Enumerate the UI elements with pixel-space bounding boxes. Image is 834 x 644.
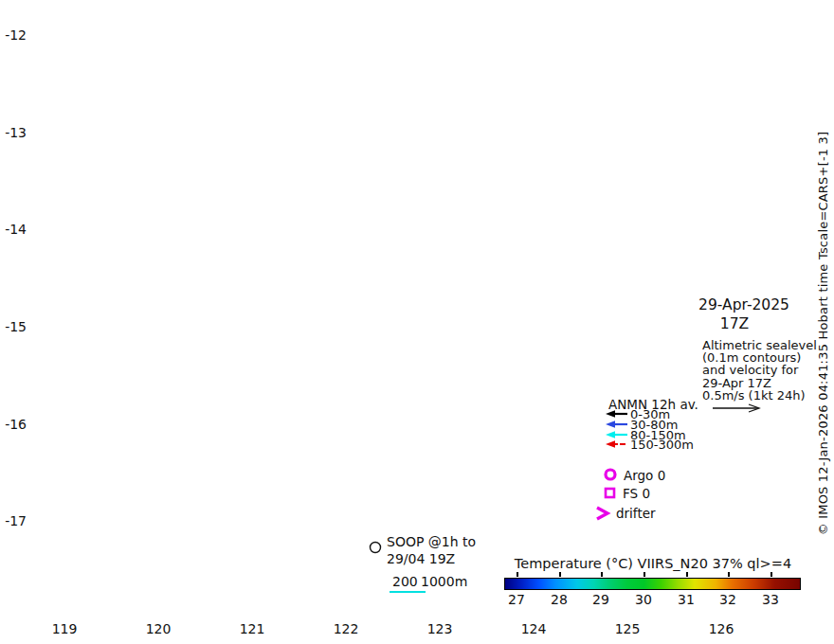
anmn-arrow-icon-150-300m xyxy=(606,439,628,449)
colorbar-tick xyxy=(559,572,561,577)
y-tick-label: -13 xyxy=(5,125,27,140)
bathy-200-label: 200 xyxy=(392,574,418,589)
x-tick-label: 126 xyxy=(709,621,734,636)
x-tick-label: 124 xyxy=(521,621,547,636)
colorbar-tick-label: 33 xyxy=(762,592,779,607)
colorbar-tick-label: 28 xyxy=(551,592,568,607)
colorbar-tick xyxy=(601,572,603,577)
argo-label: Argo 0 xyxy=(624,468,665,483)
argo-marker-icon xyxy=(603,467,620,484)
anmn-arrow-icon-80-150m xyxy=(606,430,628,439)
x-tick-label: 122 xyxy=(334,621,359,636)
y-tick-label: -15 xyxy=(5,319,27,334)
colorbar-tick-label: 32 xyxy=(719,592,736,607)
y-tick-label: -16 xyxy=(5,417,27,432)
y-tick-label: -17 xyxy=(5,513,27,528)
colorbar-tick-label: 29 xyxy=(592,592,609,607)
colorbar-tick-label: 27 xyxy=(508,592,525,607)
y-tick-label: -14 xyxy=(5,222,27,237)
colorbar-tick-label: 31 xyxy=(678,592,695,607)
time-label: 17Z xyxy=(673,315,796,332)
colorbar-tick xyxy=(644,572,645,577)
colorbar-tick xyxy=(771,572,772,577)
colorbar-gradient xyxy=(504,578,801,590)
velocity-scale-arrow-icon xyxy=(713,403,762,413)
soop-marker-icon xyxy=(368,540,383,555)
x-tick-label: 119 xyxy=(52,621,78,636)
annotation-text: Altimetric sealevel (0.1m contours) and … xyxy=(702,339,817,402)
ocean-current-map-page: 119 120 121 122 123 124 125 126 -12 -13 … xyxy=(0,0,834,644)
colorbar-title: Temperature (°C) VIIRS_N20 37% ql>=4 xyxy=(504,556,802,571)
drifter-label: drifter xyxy=(616,506,656,521)
fs-marker-icon xyxy=(604,487,619,502)
date-label: 29-Apr-2025 xyxy=(673,296,815,313)
colorbar-tick xyxy=(517,572,518,577)
bathy-1000-label: 1000m xyxy=(421,574,467,589)
anmn-depth-label: 150-300m xyxy=(630,438,694,452)
anmn-arrow-icon-0-30m xyxy=(606,409,628,419)
colorbar-tick-label: 30 xyxy=(635,592,652,607)
soop-label: SOOP @1h to 29/04 19Z xyxy=(387,533,476,567)
x-tick-label: 120 xyxy=(146,621,172,636)
colorbar-tick xyxy=(686,572,688,577)
colorbar-tick xyxy=(728,572,730,577)
anmn-arrow-icon-30-80m xyxy=(606,420,628,429)
fs-label: FS 0 xyxy=(623,486,650,501)
credit-text: © IMOS 12-Jan-2026 04:41:35 Hobart time … xyxy=(816,132,830,536)
x-tick-label: 125 xyxy=(615,621,641,636)
drifter-marker-icon xyxy=(595,507,610,522)
y-tick-label: -12 xyxy=(5,27,27,43)
x-tick-label: 123 xyxy=(427,621,453,636)
bathy-contour-line xyxy=(390,591,426,593)
x-tick-label: 121 xyxy=(240,621,265,636)
